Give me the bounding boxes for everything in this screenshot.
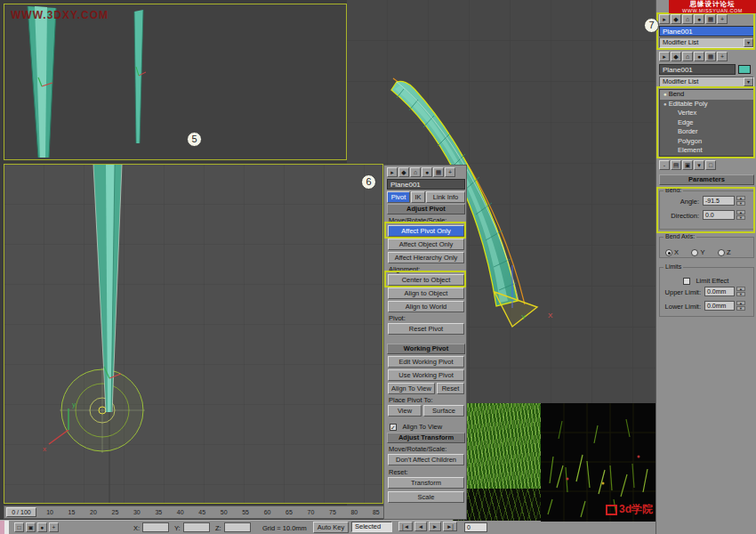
align-to-view-checkbox[interactable]: ✓ — [390, 424, 397, 431]
object-name-field[interactable]: Plane001 — [659, 64, 736, 75]
configure-stack-icon[interactable]: □ — [705, 160, 716, 170]
hierarchy-tab-icon[interactable]: ⌂ — [682, 52, 693, 61]
object-color-swatch[interactable] — [738, 65, 751, 74]
selection-lock-icon[interactable]: ▣ — [26, 522, 36, 532]
tab-link-info[interactable]: Link Info — [426, 191, 465, 203]
isolate-icon[interactable]: □ — [14, 522, 24, 532]
scale-button[interactable]: Scale — [388, 491, 464, 503]
spin-down-icon[interactable]: ▾ — [736, 292, 745, 296]
blade-wide[interactable] — [28, 6, 56, 158]
y-coordinate-field[interactable] — [183, 522, 210, 532]
upper-limit-spinner[interactable]: ▴▾ — [736, 287, 745, 296]
align-to-view-button[interactable]: Align To View — [388, 383, 435, 394]
utilities-tab-icon[interactable]: + — [717, 52, 728, 61]
mini-object-name-row[interactable]: Plane001 — [659, 26, 754, 36]
spin-up-icon[interactable]: ▴ — [736, 196, 745, 200]
motion-tab-icon[interactable]: ● — [422, 167, 432, 177]
place-pivot-view-button[interactable]: View — [388, 405, 422, 417]
angle-spinner[interactable]: ▴▾ — [736, 196, 745, 206]
affect-object-only-button[interactable]: Affect Object Only — [388, 239, 464, 250]
spin-up-icon[interactable]: ▴ — [736, 301, 745, 305]
maxscript-listener-white[interactable] — [4, 521, 9, 534]
make-unique-icon[interactable]: ▣ — [682, 160, 693, 170]
align-to-world-button[interactable]: Align to World — [388, 301, 464, 312]
parameters-rollout[interactable]: Parameters — [659, 174, 754, 185]
affect-pivot-only-button[interactable]: Affect Pivot Only — [388, 225, 464, 237]
stack-item-edge[interactable]: Edge — [660, 118, 753, 128]
bulb-icon[interactable]: ● — [664, 92, 667, 97]
align-to-view-checkbox-row[interactable]: ✓ Align To View — [390, 418, 444, 428]
utilities-tab-icon[interactable]: + — [717, 14, 728, 24]
tab-pivot[interactable]: Pivot — [387, 191, 410, 203]
stack-item-editable-poly[interactable]: ●Editable Poly — [660, 100, 753, 109]
pin-stack-icon[interactable]: - — [659, 160, 670, 170]
create-tab-icon[interactable]: ▸ — [659, 14, 670, 24]
edit-working-pivot-button[interactable]: Edit Working Pivot — [388, 356, 464, 368]
affect-hierarchy-only-button[interactable]: Affect Hierarchy Only — [388, 252, 464, 263]
axis-z-radio[interactable] — [718, 249, 725, 256]
lower-limit-spinner[interactable]: ▴▾ — [736, 301, 745, 311]
chevron-down-icon[interactable]: ▾ — [744, 38, 753, 47]
display-tab-icon[interactable]: ▦ — [705, 52, 716, 61]
absolute-mode-icon[interactable]: ● — [37, 522, 47, 532]
show-end-result-icon[interactable]: ▤ — [671, 160, 681, 170]
transform-button[interactable]: Transform — [388, 477, 464, 489]
angle-field[interactable]: -91.5 — [703, 196, 735, 206]
chevron-down-icon[interactable]: ▾ — [744, 77, 753, 86]
z-coordinate-field[interactable] — [224, 522, 251, 532]
time-slider-handle[interactable]: 0 / 100 — [6, 507, 36, 517]
reset-working-pivot-button[interactable]: Reset — [437, 383, 464, 394]
align-to-object-button[interactable]: Align to Object — [388, 287, 464, 299]
offset-mode-icon[interactable]: + — [49, 522, 59, 532]
motion-tab-icon[interactable]: ● — [694, 14, 704, 24]
stack-item-vertex[interactable]: Vertex — [660, 109, 753, 118]
direction-spinner[interactable]: ▴▾ — [736, 210, 745, 220]
create-tab-icon[interactable]: ▸ — [387, 167, 398, 177]
stack-item-polygon[interactable]: Polygon — [660, 137, 753, 147]
place-pivot-surface-button[interactable]: Surface — [423, 405, 464, 417]
axis-y-radio[interactable] — [691, 249, 698, 256]
auto-key-button[interactable]: Auto Key — [313, 522, 349, 533]
modifier-list-dropdown[interactable]: Modifier List ▾ — [659, 77, 754, 87]
hierarchy-tab-icon[interactable]: ⌂ — [410, 167, 421, 177]
go-to-end-button[interactable]: ►| — [443, 522, 457, 531]
adjust-pivot-rollout[interactable]: Adjust Pivot — [387, 204, 465, 214]
adjust-transform-rollout[interactable]: Adjust Transform — [387, 433, 465, 443]
blade-thin[interactable] — [134, 10, 146, 143]
lower-limit-field[interactable]: 0.0mm — [704, 301, 735, 311]
working-pivot-rollout[interactable]: Working Pivot — [387, 344, 465, 354]
modify-tab-icon[interactable]: ◆ — [398, 167, 409, 177]
tab-ik[interactable]: IK — [411, 191, 425, 203]
axis-x-radio[interactable] — [665, 249, 672, 256]
x-coordinate-field[interactable] — [142, 522, 169, 532]
main-viewport[interactable]: x y — [4, 164, 383, 504]
motion-tab-icon[interactable]: ● — [694, 52, 704, 61]
previous-frame-button[interactable]: ◄ — [414, 522, 427, 531]
stack-item-bend[interactable]: ●Bend — [660, 90, 753, 100]
spin-down-icon[interactable]: ▾ — [736, 306, 745, 311]
object-name-field[interactable]: Plane001 — [387, 179, 465, 190]
upper-limit-field[interactable]: 0.0mm — [704, 287, 735, 296]
use-working-pivot-button[interactable]: Use Working Pivot — [388, 369, 464, 381]
spin-up-icon[interactable]: ▴ — [736, 210, 745, 214]
stack-item-border[interactable]: Border — [660, 127, 753, 137]
dont-affect-children-button[interactable]: Don't Affect Children — [388, 454, 464, 465]
hierarchy-tab-icon[interactable]: ⌂ — [682, 14, 693, 24]
spin-up-icon[interactable]: ▴ — [736, 287, 745, 291]
reset-pivot-button[interactable]: Reset Pivot — [388, 323, 464, 335]
create-tab-icon[interactable]: ▸ — [659, 52, 670, 61]
modify-tab-icon[interactable]: ◆ — [671, 52, 681, 61]
selection-filter-dropdown[interactable]: Selected — [351, 522, 392, 532]
limit-effect-checkbox[interactable] — [683, 278, 690, 285]
direction-field[interactable]: 0.0 — [703, 210, 735, 220]
go-to-start-button[interactable]: |◄ — [398, 522, 413, 531]
utilities-tab-icon[interactable]: + — [445, 167, 455, 177]
bulb-icon[interactable]: ● — [664, 101, 667, 107]
display-tab-icon[interactable]: ▦ — [433, 167, 444, 177]
front-viewport[interactable]: WWW.3DXY.COM — [4, 4, 347, 160]
current-frame-field[interactable]: 0 — [464, 522, 487, 532]
mini-modifier-list-dropdown[interactable]: Modifier List ▾ — [659, 37, 754, 48]
center-to-object-button[interactable]: Center to Object — [388, 274, 464, 286]
stack-item-element[interactable]: Element — [660, 146, 753, 156]
remove-modifier-icon[interactable]: ▾ — [694, 160, 704, 170]
